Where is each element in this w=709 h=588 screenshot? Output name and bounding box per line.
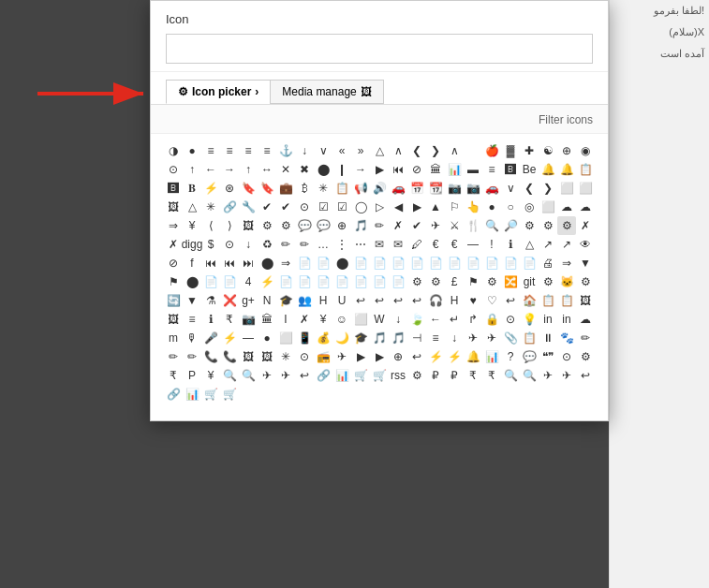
- icon-cell[interactable]: 📊: [482, 347, 501, 366]
- icon-cell[interactable]: 🔖: [258, 179, 276, 198]
- icon-cell[interactable]: 🔎: [501, 216, 520, 235]
- icon-cell[interactable]: ₽: [445, 366, 464, 385]
- icon-cell[interactable]: ⬤: [332, 254, 351, 272]
- icon-cell[interactable]: 📷: [239, 310, 258, 329]
- icon-cell[interactable]: 📞: [220, 347, 239, 366]
- tab-icon-picker[interactable]: ⚙ Icon picker ›: [166, 80, 270, 104]
- icon-cell[interactable]: ⊘: [164, 254, 183, 272]
- icon-cell[interactable]: ⚙: [482, 272, 501, 291]
- icon-cell[interactable]: ¥: [183, 216, 201, 235]
- icon-cell[interactable]: ✳: [314, 179, 332, 198]
- icon-cell[interactable]: «: [332, 141, 351, 160]
- icon-cell[interactable]: 🔔: [557, 160, 576, 179]
- icon-cell[interactable]: ✳: [276, 347, 295, 366]
- icon-cell[interactable]: ⊙: [501, 310, 520, 329]
- icon-cell[interactable]: ⟩: [220, 216, 239, 235]
- icon-cell[interactable]: 🎵: [351, 216, 370, 235]
- icon-cell[interactable]: ▓: [501, 141, 520, 160]
- icon-cell[interactable]: ₹: [464, 366, 482, 385]
- icon-cell[interactable]: ∧: [389, 141, 407, 160]
- icon-cell[interactable]: digg: [183, 235, 201, 254]
- icon-cell[interactable]: 🎧: [426, 291, 445, 310]
- icon-cell[interactable]: ❙: [332, 160, 351, 179]
- icon-cell[interactable]: ❝❞: [539, 347, 557, 366]
- icon-cell[interactable]: ↩: [351, 291, 370, 310]
- icon-cell[interactable]: ✏: [164, 347, 183, 366]
- icon-cell[interactable]: ✈: [482, 329, 501, 347]
- icon-cell[interactable]: ▼: [576, 254, 595, 272]
- icon-cell[interactable]: 🖼: [164, 198, 183, 216]
- icon-cell[interactable]: 📄: [501, 254, 520, 272]
- icon-cell[interactable]: 🅱: [501, 160, 520, 179]
- icon-cell[interactable]: 🖼: [576, 291, 595, 310]
- icon-cell[interactable]: 📊: [445, 160, 464, 179]
- icon-cell[interactable]: ⚡: [258, 272, 276, 291]
- icon-cell[interactable]: ⚡: [445, 347, 464, 366]
- icon-cell[interactable]: 💬: [520, 347, 539, 366]
- icon-cell[interactable]: ≡: [220, 141, 239, 160]
- icon-cell[interactable]: W: [370, 310, 389, 329]
- icon-cell[interactable]: ⬜: [276, 329, 295, 347]
- icon-cell[interactable]: 📄: [295, 272, 314, 291]
- icon-cell[interactable]: ₹: [164, 366, 183, 385]
- icon-cell[interactable]: 📄: [332, 272, 351, 291]
- icon-cell[interactable]: 🔊: [370, 179, 389, 198]
- icon-cell[interactable]: ✏: [295, 235, 314, 254]
- icon-cell[interactable]: 📄: [389, 254, 407, 272]
- icon-cell[interactable]: 🐱: [557, 272, 576, 291]
- icon-cell[interactable]: ✏: [370, 216, 389, 235]
- icon-cell[interactable]: 📱: [295, 329, 314, 347]
- icon-cell[interactable]: 🎙: [183, 329, 201, 347]
- icon-cell[interactable]: ✈: [539, 366, 557, 385]
- icon-cell[interactable]: 🛒: [351, 366, 370, 385]
- icon-cell[interactable]: ⚙: [520, 216, 539, 235]
- icon-cell[interactable]: 📎: [501, 329, 520, 347]
- icon-cell[interactable]: 🔖: [239, 179, 258, 198]
- icon-cell[interactable]: 🎓: [351, 329, 370, 347]
- icon-cell[interactable]: 📄: [351, 254, 370, 272]
- icon-cell[interactable]: 💰: [314, 329, 332, 347]
- icon-cell[interactable]: ✈: [332, 347, 351, 366]
- icon-cell[interactable]: git: [520, 272, 539, 291]
- icon-cell[interactable]: 📄: [201, 272, 220, 291]
- icon-cell[interactable]: 📻: [314, 347, 332, 366]
- icon-cell[interactable]: 🎵: [389, 329, 407, 347]
- icon-cell[interactable]: ✔: [407, 216, 426, 235]
- icon-cell[interactable]: ↩: [389, 291, 407, 310]
- icon-cell[interactable]: ⚙: [258, 216, 276, 235]
- icon-input[interactable]: [166, 34, 593, 64]
- icon-cell[interactable]: ◀: [389, 198, 407, 216]
- icon-cell[interactable]: ⚙: [557, 216, 576, 235]
- icon-cell[interactable]: ∨: [501, 179, 520, 198]
- icon-cell[interactable]: ₽: [426, 366, 445, 385]
- icon-cell[interactable]: 🛒: [201, 385, 220, 404]
- icon-cell[interactable]: ●: [482, 198, 501, 216]
- icon-cell[interactable]: ✗: [389, 216, 407, 235]
- icon-cell[interactable]: ●: [183, 141, 201, 160]
- icon-cell[interactable]: 📄: [220, 272, 239, 291]
- icon-cell[interactable]: ⊛: [220, 179, 239, 198]
- icon-cell[interactable]: ▬: [464, 160, 482, 179]
- icon-cell[interactable]: ∧: [445, 141, 464, 160]
- icon-cell[interactable]: 🏠: [520, 291, 539, 310]
- icon-cell[interactable]: 🔧: [239, 198, 258, 216]
- icon-cell[interactable]: 🏛: [258, 310, 276, 329]
- icon-cell[interactable]: ↩: [407, 347, 426, 366]
- icon-cell[interactable]: ▶: [370, 347, 389, 366]
- icon-cell[interactable]: 💬: [314, 216, 332, 235]
- icon-cell[interactable]: ∨: [314, 141, 332, 160]
- icon-cell[interactable]: ⚙: [407, 366, 426, 385]
- icon-cell[interactable]: ☑: [314, 198, 332, 216]
- icon-cell[interactable]: $: [201, 235, 220, 254]
- icon-cell[interactable]: ✖: [295, 160, 314, 179]
- icon-cell[interactable]: →: [351, 160, 370, 179]
- icon-cell[interactable]: ?: [501, 347, 520, 366]
- icon-cell[interactable]: 🔗: [314, 366, 332, 385]
- icon-cell[interactable]: ↩: [370, 291, 389, 310]
- icon-cell[interactable]: ☺: [332, 310, 351, 329]
- icon-cell[interactable]: 📋: [557, 291, 576, 310]
- icon-cell[interactable]: 🖼: [239, 347, 258, 366]
- icon-cell[interactable]: …: [314, 235, 332, 254]
- icon-cell[interactable]: f: [183, 254, 201, 272]
- icon-cell[interactable]: 🚗: [482, 179, 501, 198]
